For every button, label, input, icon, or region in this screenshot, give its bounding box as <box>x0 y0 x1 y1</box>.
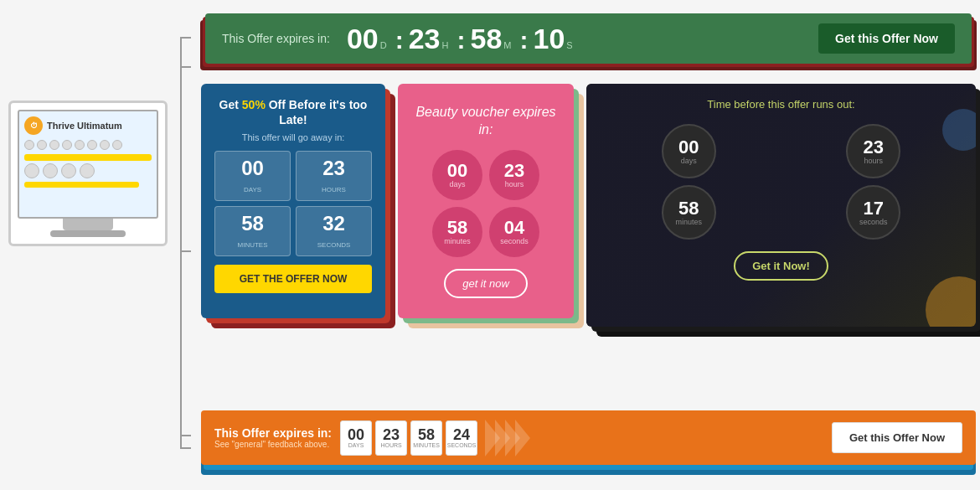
bottom-timer-hours-cell: 23 HOURS <box>375 420 407 456</box>
cards-row: Get 50% Off Before it's too Late! This o… <box>197 84 980 327</box>
bottom-timer-days-label: DAYS <box>348 442 364 448</box>
card-pink-hours-num: 23 <box>504 162 524 180</box>
top-banner-days-num: 00 <box>347 23 379 55</box>
card-dark-seconds-num: 17 <box>864 199 884 218</box>
logo-icon: ⏱ <box>24 116 43 135</box>
card-dark-hours-num: 23 <box>864 138 884 157</box>
bracket-connector <box>174 25 195 461</box>
card-pink: Beauty voucher expires in: 00 days 23 ho… <box>398 84 574 318</box>
bottom-timer-hours-label: HOURS <box>380 442 401 448</box>
top-banner-timer: 00 D : 23 H : 58 M : 10 S <box>347 23 818 55</box>
top-banner-minutes-num: 58 <box>470 23 502 55</box>
card-pink-minutes-cell: 58 minutes <box>432 207 482 257</box>
monitor-circle <box>24 163 39 178</box>
monitor-bar-small <box>24 182 139 188</box>
card-dark-minutes-label: minutes <box>675 218 702 226</box>
card-dark-minutes-num: 58 <box>678 199 699 218</box>
card-dark-content: Time before this offer runs out: 00 days… <box>600 97 962 281</box>
bottom-timer-minutes-label: MINUTES <box>413 442 440 448</box>
card-dark-days-num: 00 <box>678 138 699 157</box>
card-blue-hours-label: HOURS <box>322 186 346 193</box>
top-banner: This Offer expires in: 00 D : 23 H : 58 … <box>205 13 972 64</box>
card-pink-timer: 00 days 23 hours 58 minutes 04 seconds <box>432 150 539 257</box>
card-blue-minutes-cell: 58 MINUTES <box>214 206 291 256</box>
card-pink-minutes-label: minutes <box>444 237 471 245</box>
monitor-dot <box>37 140 47 150</box>
monitor-dot <box>100 140 110 150</box>
bottom-timer-seconds-label: SECONDS <box>447 442 477 448</box>
card-blue-seconds-num: 32 <box>300 212 368 235</box>
monitor-bar <box>24 154 152 161</box>
content-area: This Offer expires in: 00 D : 23 H : 58 … <box>197 0 980 490</box>
card-dark-title: Time before this offer runs out: <box>707 97 854 112</box>
card-pink-wrapper: Beauty voucher expires in: 00 days 23 ho… <box>398 84 574 318</box>
top-banner-seconds-unit: S <box>566 40 572 50</box>
card-blue-days-label: DAYS <box>244 186 261 193</box>
card-pink-seconds-cell: 04 seconds <box>489 207 539 257</box>
card-dark-seconds-cell: 17 seconds <box>846 185 900 240</box>
bottom-arrow-4 <box>515 420 530 456</box>
top-banner-colon-1: : <box>395 26 404 54</box>
card-dark-seconds-label: seconds <box>859 218 888 226</box>
monitor-dot <box>49 140 59 150</box>
card-blue-seconds-cell: 32 SECONDS <box>296 206 372 256</box>
card-dark-wrapper: Time before this offer runs out: 00 days… <box>586 84 976 327</box>
card-dark: Time before this offer runs out: 00 days… <box>586 84 976 327</box>
card-dark-timer: 00 days 23 hours 58 minutes 17 <box>600 124 962 240</box>
top-banner-colon-3: : <box>519 26 528 54</box>
card-pink-minutes-num: 58 <box>447 219 467 237</box>
bottom-banner-title: This Offer expires in: <box>214 426 332 440</box>
card-dark-cta-button[interactable]: Get it Now! <box>734 251 828 281</box>
monitor-logo-text: Thrive Ultimatum <box>47 121 122 131</box>
bottom-banner: This Offer expires in: See "general" fee… <box>201 410 976 465</box>
card-blue-days-num: 00 <box>219 157 286 180</box>
monitor-circle <box>43 163 58 178</box>
card-blue-hours-num: 23 <box>300 157 368 180</box>
monitor-dot <box>87 140 97 150</box>
card-blue-subtitle: This offer will go away in: <box>242 132 345 142</box>
bottom-timer-seconds-cell: 24 SECONDS <box>446 420 477 456</box>
card-pink-hours-cell: 23 hours <box>489 150 539 200</box>
monitor-base <box>50 230 126 237</box>
card-blue-title-suffix: Off Before it's too Late! <box>266 98 368 126</box>
card-blue-minutes-num: 58 <box>219 212 286 235</box>
monitor-dot <box>24 140 34 150</box>
card-blue-cta-button[interactable]: GET THE OFFER NOW <box>214 265 372 293</box>
top-banner-hours-unit: H <box>442 40 449 50</box>
card-blue-title: Get 50% Off Before it's too Late! <box>214 97 372 127</box>
card-dark-days-cell: 00 days <box>662 124 716 178</box>
card-dark-hours-label: hours <box>864 157 883 165</box>
top-banner-minutes-unit: M <box>503 40 511 50</box>
bottom-timer-days-cell: 00 DAYS <box>340 420 372 456</box>
card-blue-timer: 00 DAYS 23 HOURS 58 MINUTES 32 SECONDS <box>214 151 372 256</box>
card-pink-title: Beauty voucher expires in: <box>411 104 560 139</box>
bottom-banner-cta-button[interactable]: Get this Offer Now <box>832 422 962 453</box>
card-blue-days-cell: 00 DAYS <box>214 151 291 201</box>
card-blue-title-prefix: Get <box>219 98 242 111</box>
bottom-timer-hours-num: 23 <box>383 427 400 442</box>
monitor-circle <box>80 163 95 178</box>
card-pink-days-num: 00 <box>447 162 467 180</box>
top-banner-cta-button[interactable]: Get this Offer Now <box>818 23 955 54</box>
top-banner-seconds-num: 10 <box>533 23 565 55</box>
top-banner-hours-num: 23 <box>409 23 441 55</box>
bottom-banner-text: This Offer expires in: See "general" fee… <box>214 426 332 449</box>
bottom-timer-seconds-num: 24 <box>453 427 470 442</box>
monitor-illustration: ⏱ Thrive Ultimatum <box>8 101 176 246</box>
card-blue-hours-cell: 23 HOURS <box>296 151 372 201</box>
bottom-timer-minutes-num: 58 <box>418 427 435 442</box>
card-blue-seconds-label: SECONDS <box>317 241 351 249</box>
card-pink-days-cell: 00 days <box>432 150 482 200</box>
card-pink-days-label: days <box>449 180 465 188</box>
monitor-circle <box>61 163 76 178</box>
bottom-timer-days-num: 00 <box>348 427 364 442</box>
card-blue-title-highlight: 50% <box>242 98 266 111</box>
monitor-dot <box>75 140 85 150</box>
card-blue-wrapper: Get 50% Off Before it's too Late! This o… <box>201 84 385 318</box>
card-dark-minutes-cell: 58 minutes <box>662 185 716 240</box>
bottom-banner-arrows <box>490 420 530 456</box>
card-pink-cta-button[interactable]: get it now <box>444 269 528 298</box>
bottom-banner-wrapper: This Offer expires in: See "general" fee… <box>201 410 976 465</box>
top-banner-colon-2: : <box>456 26 465 54</box>
card-pink-seconds-label: seconds <box>500 237 529 245</box>
